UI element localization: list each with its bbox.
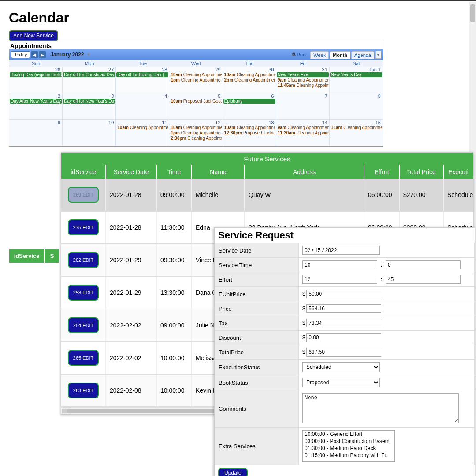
calendar-event[interactable]: New Year's Eve [277, 72, 329, 77]
view-more-button[interactable]: ▾ [375, 51, 381, 59]
day-cell[interactable]: 6Epiphany [223, 93, 276, 119]
day-cell[interactable]: 7 [276, 93, 330, 119]
future-header: Address [244, 165, 364, 179]
update-button[interactable]: Update [218, 468, 248, 476]
edit-button[interactable]: 263 EDIT [68, 383, 99, 398]
edit-button[interactable]: 275 EDIT [68, 219, 99, 235]
calendar-event[interactable]: Day After New Year's Day [10, 99, 62, 104]
edit-button[interactable]: 262 EDIT [68, 252, 99, 268]
day-cell[interactable]: 10 [63, 120, 116, 146]
day-cell[interactable]: 1310am Cleaning Appointmen12:30pm Propos… [223, 120, 276, 146]
calendar-event[interactable]: 10am Cleaning Appointmen [223, 125, 275, 130]
calendar-event[interactable]: Epiphany [223, 99, 275, 104]
tax-input[interactable] [306, 319, 381, 327]
day-cell[interactable]: 27Day off for Christmas Day [63, 67, 116, 93]
prev-month-button[interactable]: ◀ [31, 51, 38, 58]
print-link[interactable]: Print [297, 52, 307, 57]
dow-header: Sat [330, 60, 383, 67]
calendar-event[interactable]: 10am Cleaning Appointmen [170, 125, 222, 130]
day-cell[interactable]: 2910am Cleaning Appointmen1pm Cleaning A… [169, 67, 223, 93]
extra-service-option[interactable]: 03:00:00 - Post Construction Basem [303, 438, 394, 445]
day-cell[interactable]: 149am Cleaning Appointment11:30am Cleani… [276, 120, 330, 146]
hscroll-left-icon[interactable] [62, 409, 67, 413]
day-cell[interactable]: 1110am Cleaning Appointmen [116, 120, 169, 146]
calendar-event[interactable]: Boxing Day (regional holiday [10, 72, 62, 77]
calendar-event[interactable]: 10am Cleaning Appointmen [223, 72, 275, 77]
extra-services-list[interactable]: 10:00:00 - Generic Effort03:00:00 - Post… [302, 430, 395, 462]
calendar-event[interactable]: 10am Cleaning Appointmen [116, 125, 168, 130]
day-cell[interactable]: 1511am Cleaning Appointmen [330, 120, 383, 146]
cell-time: 10:00:00 [156, 342, 191, 374]
day-cell[interactable]: 3Day off for New Year's Day [63, 93, 116, 119]
service-date-input[interactable] [302, 246, 380, 255]
view-tab-agenda[interactable]: Agenda [351, 51, 374, 59]
calendar-event[interactable]: 11am Cleaning Appointmen [330, 125, 382, 130]
add-new-service-button[interactable]: Add New Service [9, 30, 58, 41]
calendar-widget: Appointments Today ◀ ▶ January 2022 ▼ 🖶 … [9, 42, 383, 147]
cell-time: 09:30:00 [156, 244, 191, 276]
cell-id: 262 EDIT [61, 244, 105, 276]
view-tab-week[interactable]: Week [310, 51, 329, 59]
scrollbar-thumb[interactable] [470, 4, 475, 22]
day-cell[interactable]: 4 [116, 93, 169, 119]
comments-textarea[interactable] [302, 393, 459, 423]
day-cell[interactable]: 28Day off for Boxing Day ( [116, 67, 169, 93]
cell-id: 263 EDIT [61, 375, 105, 406]
cell-id: 275 EDIT [61, 212, 105, 243]
service-time-hour[interactable] [302, 260, 377, 269]
calendar-event[interactable]: 9am Cleaning Appointment [277, 78, 329, 82]
month-label[interactable]: January 2022 [50, 52, 84, 58]
price-input[interactable] [306, 304, 381, 313]
totalprice-input[interactable] [306, 348, 381, 357]
label-tax: Tax [215, 316, 299, 331]
month-dropdown-icon[interactable]: ▼ [86, 52, 90, 57]
calendar-event[interactable]: 1pm Cleaning Appointment [170, 78, 222, 82]
day-cell[interactable]: 2Day After New Year's Day [9, 93, 63, 119]
day-cell[interactable]: 3010am Cleaning Appointmen2pm Cleaning A… [223, 67, 276, 93]
calendar-event[interactable]: 11:30am Cleaning Appointm [277, 130, 329, 135]
calendar-event[interactable]: 9am Cleaning Appointment [277, 125, 329, 130]
calendar-event[interactable]: 2:30pm Cleaning Appointm [170, 136, 222, 141]
executionstatus-select[interactable]: Scheduled [302, 362, 380, 372]
day-cell[interactable]: 1210am Cleaning Appointmen1pm Cleaning A… [169, 120, 223, 146]
calendar-event[interactable]: Day off for Christmas Day [63, 72, 115, 77]
mini-header-s: S [45, 249, 60, 263]
day-cell[interactable]: 26Boxing Day (regional holiday [9, 67, 63, 93]
extra-service-option[interactable]: 01:30:00 - Medium Patio Deck [303, 445, 394, 452]
calendar-event[interactable]: New Year's Day [330, 72, 382, 77]
dow-header: Wed [169, 60, 223, 67]
effort-hour[interactable] [302, 275, 377, 284]
bookstatus-select[interactable]: Proposed [302, 378, 380, 387]
edit-button[interactable]: 254 EDIT [68, 317, 99, 333]
discount-input[interactable] [306, 333, 381, 342]
calendar-event[interactable]: 1pm Cleaning Appointment [170, 130, 222, 135]
edit-button[interactable]: 258 EDIT [68, 285, 99, 301]
eunitprice-input[interactable] [306, 290, 381, 298]
today-button[interactable]: Today [11, 51, 30, 58]
dow-header: Sun [9, 60, 63, 67]
day-cell[interactable]: 31New Year's Eve9am Cleaning Appointment… [276, 67, 330, 93]
event-time: 11:30am [278, 130, 297, 135]
label-totalprice: TotalPrice [215, 345, 299, 360]
extra-service-option[interactable]: 01:15:00 - Medium Balcony with Fu [303, 452, 394, 459]
calendar-event[interactable]: 12:30pm Proposed Jackie K [223, 130, 275, 135]
day-cell[interactable]: 8 [330, 93, 383, 119]
edit-button[interactable]: 269 EDIT [68, 187, 99, 203]
edit-button[interactable]: 265 EDIT [68, 350, 99, 366]
day-cell[interactable]: Jan 1New Year's Day [330, 67, 383, 93]
calendar-event[interactable]: Day off for New Year's Day [63, 99, 115, 104]
calendar-event[interactable]: 2pm Cleaning Appointmen [223, 78, 275, 82]
view-tab-month[interactable]: Month [330, 51, 350, 59]
day-cell[interactable]: 9 [9, 120, 63, 146]
calendar-event[interactable]: Day off for Boxing Day ( [116, 72, 168, 77]
effort-min[interactable] [386, 275, 461, 284]
next-month-button[interactable]: ▶ [39, 51, 46, 58]
cell-date: 2022-01-28 [105, 179, 156, 211]
calendar-event[interactable]: 10am Cleaning Appointmen [170, 72, 222, 77]
extra-service-option[interactable]: 10:00:00 - Generic Effort [303, 431, 394, 438]
day-cell[interactable]: 510am Proposed Jaci Gecelt [169, 93, 223, 119]
cell-time: 09:00:00 [156, 179, 191, 211]
service-time-min[interactable] [386, 260, 461, 269]
calendar-event[interactable]: 11:45am Cleaning Appointm [277, 83, 329, 88]
calendar-event[interactable]: 10am Proposed Jaci Gecelt [170, 99, 222, 104]
